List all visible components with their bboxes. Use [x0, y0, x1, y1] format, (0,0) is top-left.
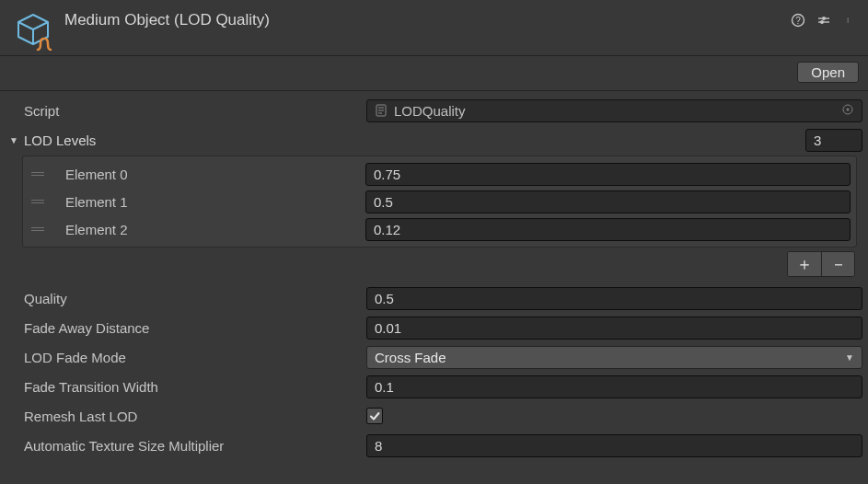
- object-picker-icon[interactable]: [841, 103, 854, 119]
- svg-text:?: ?: [795, 16, 801, 26]
- lod-levels-count-input[interactable]: [805, 129, 862, 152]
- foldout-caret-icon: ▼: [9, 135, 22, 145]
- list-item: Element 1: [29, 188, 851, 215]
- script-row: Script LODQuality: [6, 97, 862, 124]
- quality-label: Quality: [6, 291, 366, 306]
- element-1-input[interactable]: [365, 190, 851, 213]
- fade-away-distance-input[interactable]: [366, 317, 862, 340]
- script-label: Script: [6, 103, 366, 119]
- remesh-last-lod-checkbox[interactable]: [366, 408, 383, 424]
- element-label: Element 0: [54, 167, 365, 182]
- script-reference-value: LODQuality: [394, 103, 466, 119]
- array-add-button[interactable]: ＋: [788, 252, 821, 276]
- component-header: Medium Object (LOD Quality) ?: [0, 0, 868, 56]
- auto-tex-size-mult-label: Automatic Texture Size Multiplier: [6, 438, 366, 454]
- help-icon[interactable]: ?: [789, 11, 807, 29]
- lod-fade-mode-label: LOD Fade Mode: [6, 350, 366, 365]
- header-tools: ?: [789, 11, 859, 29]
- drag-handle-icon[interactable]: [29, 200, 54, 203]
- auto-tex-size-mult-input[interactable]: [366, 434, 862, 457]
- open-button[interactable]: Open: [797, 62, 859, 83]
- quality-input[interactable]: [366, 287, 862, 310]
- lod-levels-array: Element 0 Element 1 Element 2: [22, 156, 857, 248]
- open-row: Open: [0, 56, 868, 91]
- kebab-menu-icon[interactable]: [840, 11, 859, 29]
- svg-point-6: [848, 21, 849, 22]
- fade-away-distance-label: Fade Away Distance: [6, 320, 366, 336]
- scriptable-object-icon: [13, 11, 53, 52]
- drag-handle-icon[interactable]: [29, 227, 54, 231]
- presets-icon[interactable]: [815, 11, 833, 29]
- inspector-panel: Medium Object (LOD Quality) ? Open: [0, 0, 868, 484]
- lod-fade-mode-dropdown[interactable]: Cross Fade ▼: [366, 346, 862, 369]
- array-size-controls: ＋ －: [6, 251, 855, 277]
- fade-transition-width-input[interactable]: [366, 375, 862, 398]
- lod-fade-mode-value: Cross Fade: [375, 350, 446, 365]
- svg-point-4: [848, 18, 849, 19]
- element-0-input[interactable]: [365, 163, 851, 186]
- script-doc-icon: [375, 104, 388, 118]
- remesh-last-lod-label: Remesh Last LOD: [6, 409, 366, 424]
- list-item: Element 0: [29, 160, 851, 188]
- lod-levels-label: LOD Levels: [24, 133, 96, 148]
- lod-levels-foldout[interactable]: ▼ LOD Levels: [6, 126, 862, 154]
- svg-point-9: [847, 108, 850, 110]
- element-label: Element 1: [54, 194, 365, 210]
- array-remove-button[interactable]: －: [821, 252, 854, 276]
- script-reference-field[interactable]: LODQuality: [366, 99, 862, 122]
- drag-handle-icon[interactable]: [29, 172, 54, 176]
- svg-point-2: [823, 17, 826, 20]
- chevron-down-icon: ▼: [845, 352, 854, 363]
- list-item: Element 2: [29, 215, 851, 243]
- element-2-input[interactable]: [365, 218, 851, 241]
- element-label: Element 2: [54, 222, 365, 237]
- component-title: Medium Object (LOD Quality): [64, 9, 789, 29]
- fade-transition-width-label: Fade Transition Width: [6, 379, 366, 395]
- svg-point-5: [848, 19, 849, 20]
- svg-point-3: [821, 21, 824, 24]
